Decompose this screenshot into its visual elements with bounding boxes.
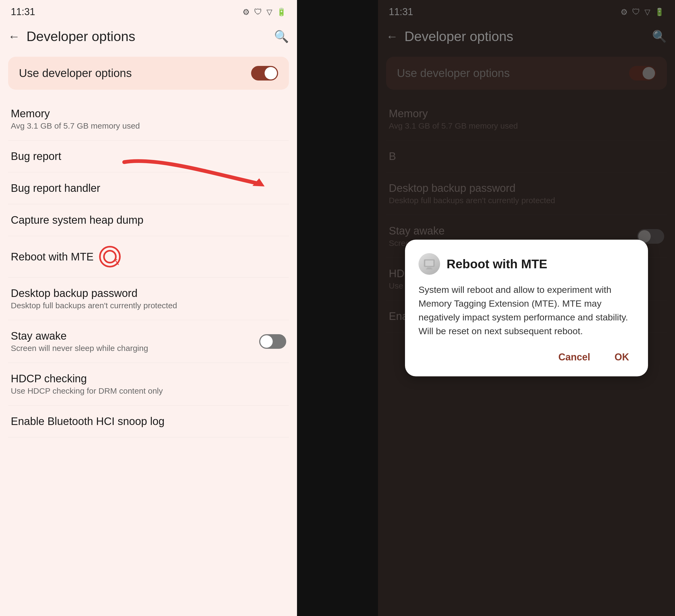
setting-text: Memory Avg 3.1 GB of 5.7 GB memory used [11,108,286,131]
dialog-buttons: Cancel OK [419,349,634,365]
setting-row: Reboot with MTE ↖ [11,246,286,268]
use-developer-options-toggle[interactable] [251,66,278,80]
setting-title: Reboot with MTE [11,251,94,263]
setting-row: Enable Bluetooth HCI snoop log [11,415,286,427]
mte-title-row: Reboot with MTE ↖ [11,246,286,268]
dialog-ok-button[interactable]: OK [609,349,634,365]
dialog-title: Reboot with MTE [447,257,547,271]
status-bar-left: 11:31 ⚙ 🛡 ▽ 🔋 [0,0,297,22]
dialog-title-row: Reboot with MTE [419,253,634,275]
right-panel: 11:31 ⚙ 🛡 ▽ 🔋 ← Developer options 🔍 Use … [378,0,675,616]
panel-divider [297,0,378,616]
setting-text: Stay awake Screen will never sleep while… [11,330,259,353]
dialog-cancel-button[interactable]: Cancel [553,349,596,365]
wifi-status-icon: ▽ [267,8,273,16]
left-panel: 11:31 ⚙ 🛡 ▽ 🔋 ← Developer options 🔍 Use … [0,0,297,616]
list-item[interactable]: Bug report handler [8,173,289,204]
page-title-left: Developer options [26,28,274,44]
dialog-icon [419,253,440,275]
use-developer-options-label: Use developer options [19,67,132,80]
svg-rect-2 [425,261,433,266]
setting-text: Bug report [11,150,286,162]
setting-subtitle: Desktop full backups aren't currently pr… [11,301,286,310]
setting-row: Desktop backup password Desktop full bac… [11,287,286,310]
click-indicator-icon: ↖ [99,246,121,268]
setting-text: Reboot with MTE ↖ [11,246,286,268]
use-developer-options-toggle-section: Use developer options [8,57,289,90]
setting-title: Enable Bluetooth HCI snoop log [11,415,286,427]
setting-row: Bug report handler [11,182,286,194]
back-button-left[interactable]: ← [8,30,20,43]
status-time-left: 11:31 [11,6,35,17]
stay-awake-item[interactable]: Stay awake Screen will never sleep while… [8,320,289,363]
reboot-mte-dialog: Reboot with MTE System will reboot and a… [405,239,648,377]
list-item[interactable]: Capture system heap dump [8,204,289,236]
setting-row: Memory Avg 3.1 GB of 5.7 GB memory used [11,108,286,131]
shield-status-icon: 🛡 [254,7,262,16]
list-item[interactable]: Enable Bluetooth HCI snoop log [8,406,289,437]
reboot-mte-item[interactable]: Reboot with MTE ↖ [8,236,289,277]
setting-title: HDCP checking [11,372,286,385]
setting-row: Bug report [11,150,286,162]
setting-text: Desktop backup password Desktop full bac… [11,287,286,310]
status-icons-left: ⚙ 🛡 ▽ 🔋 [242,7,286,17]
setting-text: Capture system heap dump [11,214,286,226]
setting-text: Enable Bluetooth HCI snoop log [11,415,286,427]
setting-row: Stay awake Screen will never sleep while… [11,330,286,353]
toggle-knob [260,335,273,348]
svg-rect-3 [427,268,432,269]
top-bar-left: ← Developer options 🔍 [0,22,297,51]
setting-title: Bug report handler [11,182,286,194]
setting-title: Stay awake [11,330,259,342]
svg-rect-4 [426,269,433,269]
dialog-overlay: Reboot with MTE System will reboot and a… [378,0,675,616]
battery-status-icon: 🔋 [277,8,286,16]
setting-subtitle: Screen will never sleep while charging [11,344,259,353]
list-item[interactable]: HDCP checking Use HDCP checking for DRM … [8,363,289,406]
toggle-knob [265,67,277,79]
list-item[interactable]: Desktop backup password Desktop full bac… [8,277,289,320]
setting-subtitle: Avg 3.1 GB of 5.7 GB memory used [11,121,286,131]
settings-status-icon: ⚙ [242,7,250,17]
setting-title: Memory [11,108,286,120]
setting-subtitle: Use HDCP checking for DRM content only [11,386,286,396]
cursor-icon: ↖ [111,256,122,268]
setting-row: Capture system heap dump [11,214,286,226]
list-item[interactable]: Memory Avg 3.1 GB of 5.7 GB memory used [8,98,289,140]
list-item[interactable]: Bug report [8,140,289,173]
settings-list-left: Memory Avg 3.1 GB of 5.7 GB memory used … [0,98,297,616]
setting-row: HDCP checking Use HDCP checking for DRM … [11,372,286,396]
stay-awake-toggle[interactable] [259,334,286,349]
setting-title: Desktop backup password [11,287,286,299]
setting-title: Capture system heap dump [11,214,286,226]
dialog-message: System will reboot and allow to experime… [419,283,634,338]
setting-title: Bug report [11,150,286,162]
computer-icon [423,257,436,271]
setting-text: HDCP checking Use HDCP checking for DRM … [11,372,286,396]
setting-text: Bug report handler [11,182,286,194]
search-button-left[interactable]: 🔍 [274,29,289,44]
